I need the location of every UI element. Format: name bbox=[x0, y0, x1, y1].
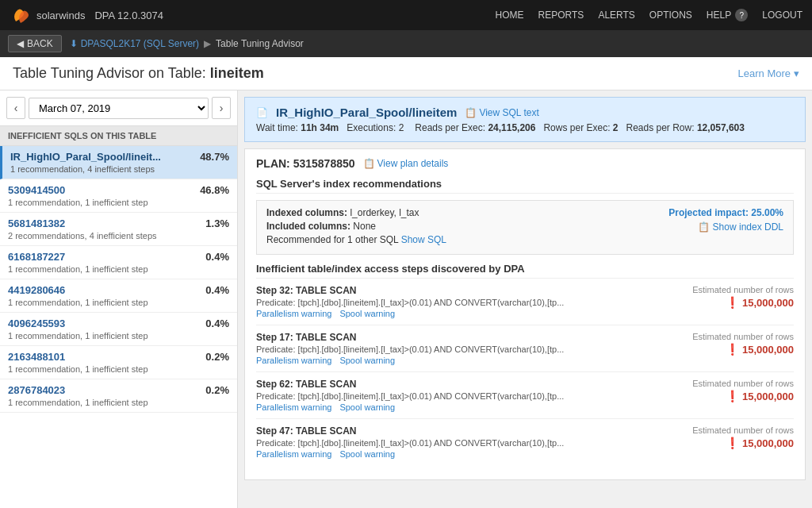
steps-list: Step 32: TABLE SCAN Estimated number of … bbox=[256, 285, 794, 465]
spool-warning-link[interactable]: Spool warning bbox=[339, 402, 395, 412]
nav-reports[interactable]: REPORTS bbox=[538, 10, 584, 21]
sql-stats: Wait time: 11h 34m Executions: 2 Reads p… bbox=[256, 122, 794, 133]
breadcrumb-db[interactable]: ⬇ DPASQL2K17 (SQL Server) bbox=[70, 38, 199, 49]
error-icon: ❗ bbox=[726, 296, 739, 309]
indexed-cols-value: l_orderkey, l_tax bbox=[350, 207, 419, 218]
step-item: Step 62: TABLE SCAN Estimated number of … bbox=[256, 379, 794, 419]
index-rec-row: Indexed columns: l_orderkey, l_tax Inclu… bbox=[266, 207, 783, 248]
sql-header-box: 📄 IR_HighIO_Paral_Spool/lineitem 📋 View … bbox=[244, 97, 806, 142]
sql-item-pct: 46.8% bbox=[200, 184, 229, 196]
show-sql-link[interactable]: Show SQL bbox=[401, 234, 446, 245]
sql-list-item[interactable]: 6168187227 0.4% 1 recommendation, 1 inef… bbox=[0, 246, 237, 279]
breadcrumb: ⬇ DPASQL2K17 (SQL Server) ▶ Table Tuning… bbox=[70, 38, 304, 49]
back-label: BACK bbox=[27, 38, 53, 49]
learn-more-link[interactable]: Learn More ▾ bbox=[738, 67, 799, 79]
dpa-version: DPA 12.0.3074 bbox=[94, 10, 163, 21]
help-icon: ? bbox=[735, 9, 748, 21]
spool-warning-link[interactable]: Spool warning bbox=[339, 309, 395, 318]
indexed-cols-label: Indexed columns: bbox=[266, 207, 347, 218]
step-item: Step 17: TABLE SCAN Estimated number of … bbox=[256, 332, 794, 372]
step-rows-label: Estimated number of rows bbox=[692, 425, 794, 435]
solarwinds-logo bbox=[10, 6, 32, 25]
sql-item-pct: 1.3% bbox=[205, 217, 229, 229]
error-icon: ❗ bbox=[726, 343, 739, 356]
sql-list: IR_HighIO_Paral_Spool/lineit... 48.7% 1 … bbox=[0, 146, 237, 508]
sql-item-name: 2876784023 bbox=[8, 384, 65, 396]
step-item: Step 32: TABLE SCAN Estimated number of … bbox=[256, 285, 794, 325]
parallelism-warning-link[interactable]: Parallelism warning bbox=[256, 402, 331, 412]
step-title: Step 17: TABLE SCAN bbox=[256, 332, 356, 343]
breadcrumb-bar: ◀ BACK ⬇ DPASQL2K17 (SQL Server) ▶ Table… bbox=[0, 30, 812, 57]
view-plan-link[interactable]: 📋 View plan details bbox=[363, 158, 449, 169]
sql-item-sub: 2 recommendations, 4 inefficient steps bbox=[8, 231, 229, 241]
error-icon: ❗ bbox=[726, 390, 739, 402]
view-sql-text: View SQL text bbox=[479, 107, 538, 118]
sql-item-pct: 0.4% bbox=[205, 251, 229, 263]
breadcrumb-separator: ▶ bbox=[204, 38, 211, 49]
sql-item-sub: 1 recommendation, 1 inefficient step bbox=[8, 331, 229, 341]
included-cols-field: Included columns: None bbox=[266, 221, 668, 232]
sql-item-sub: 1 recommendation, 1 inefficient step bbox=[8, 398, 229, 407]
nav-options[interactable]: OPTIONS bbox=[649, 10, 692, 21]
nav-home[interactable]: HOME bbox=[496, 10, 524, 21]
spool-warning-link[interactable]: Spool warning bbox=[339, 449, 395, 459]
sql-list-item[interactable]: 4419280646 0.4% 1 recommendation, 1 inef… bbox=[0, 279, 237, 313]
nav-right: HOME REPORTS ALERTS OPTIONS HELP ? LOGOU… bbox=[496, 9, 802, 21]
step-predicate: Predicate: [tpch].[dbo].[lineitem].[l_ta… bbox=[256, 298, 564, 307]
parallelism-warning-link[interactable]: Parallelism warning bbox=[256, 356, 331, 365]
sql-list-item[interactable]: IR_HighIO_Paral_Spool/lineit... 48.7% 1 … bbox=[0, 146, 237, 179]
sql-list-item[interactable]: 5309414500 46.8% 1 recommendation, 1 ine… bbox=[0, 179, 237, 213]
step-warnings: Parallelism warning Spool warning bbox=[256, 309, 564, 318]
sql-list-item[interactable]: 4096245593 0.4% 1 recommendation, 1 inef… bbox=[0, 313, 237, 346]
step-warnings: Parallelism warning Spool warning bbox=[256, 402, 564, 412]
sql-item-sub: 1 recommendation, 1 inefficient step bbox=[8, 364, 229, 374]
view-plan-text: View plan details bbox=[377, 158, 449, 169]
step-predicate: Predicate: [tpch].[dbo].[lineitem].[l_ta… bbox=[256, 391, 564, 401]
main-content: ‹ March 07, 2019 › INEFFICIENT SQLS ON T… bbox=[0, 90, 812, 508]
sql-item-name: 2163488101 bbox=[8, 351, 65, 363]
step-title: Step 32: TABLE SCAN bbox=[256, 285, 356, 296]
sql-list-item[interactable]: 2876784023 0.2% 1 recommendation, 1 inef… bbox=[0, 379, 237, 413]
steps-section: Inefficient table/index access steps dis… bbox=[256, 263, 794, 465]
step-item: Step 47: TABLE SCAN Estimated number of … bbox=[256, 425, 794, 465]
nav-alerts[interactable]: ALERTS bbox=[598, 10, 634, 21]
logo-text: solarwinds bbox=[36, 10, 85, 21]
date-select[interactable]: March 07, 2019 bbox=[29, 98, 209, 119]
step-title: Step 62: TABLE SCAN bbox=[256, 379, 356, 390]
view-sql-link[interactable]: 📋 View SQL text bbox=[465, 107, 538, 118]
row-count-number: 15,000,000 bbox=[742, 437, 794, 449]
reads-per-row: Reads per Row: 12,057,603 bbox=[626, 122, 745, 133]
sql-item-name: 5681481382 bbox=[8, 217, 65, 229]
prev-date-button[interactable]: ‹ bbox=[6, 97, 25, 119]
next-date-button[interactable]: › bbox=[212, 97, 231, 119]
row-count-value: ❗ 15,000,000 bbox=[726, 343, 794, 356]
step-content-row: Predicate: [tpch].[dbo].[lineitem].[l_ta… bbox=[256, 296, 794, 318]
sql-item-name: 4096245593 bbox=[8, 318, 65, 329]
page-title: Table Tuning Advisor on Table: lineitem bbox=[13, 65, 264, 82]
view-sql-icon: 📋 bbox=[465, 107, 477, 118]
show-ddl-text: Show index DDL bbox=[713, 221, 783, 233]
page-title-prefix: Table Tuning Advisor on Table: bbox=[13, 65, 206, 81]
sql-item-name: 5309414500 bbox=[8, 184, 65, 196]
index-rec-right: Projected impact: 25.00% 📋 Show index DD… bbox=[668, 207, 783, 233]
index-rec-left: Indexed columns: l_orderkey, l_tax Inclu… bbox=[266, 207, 668, 248]
step-predicate: Predicate: [tpch].[dbo].[lineitem].[l_ta… bbox=[256, 344, 564, 354]
recommended-for-field: Recommended for 1 other SQL Show SQL bbox=[266, 234, 668, 245]
nav-logout[interactable]: LOGOUT bbox=[762, 10, 802, 21]
row-count-value: ❗ 15,000,000 bbox=[726, 390, 794, 402]
show-ddl-link[interactable]: 📋 Show index DDL bbox=[668, 221, 783, 233]
parallelism-warning-link[interactable]: Parallelism warning bbox=[256, 449, 331, 459]
projected-value: 25.00% bbox=[751, 207, 783, 218]
logo-area: solarwinds DPA 12.0.3074 bbox=[10, 6, 163, 25]
spool-warning-link[interactable]: Spool warning bbox=[339, 356, 395, 365]
recommended-for-text: Recommended for 1 other SQL bbox=[266, 234, 398, 245]
sql-list-item[interactable]: 5681481382 1.3% 2 recommendations, 4 ine… bbox=[0, 213, 237, 246]
parallelism-warning-link[interactable]: Parallelism warning bbox=[256, 309, 331, 318]
sql-item-sub: 1 recommendation, 1 inefficient step bbox=[8, 198, 229, 207]
sql-item-name: 4419280646 bbox=[8, 284, 65, 296]
back-button[interactable]: ◀ BACK bbox=[8, 35, 62, 52]
row-count-number: 15,000,000 bbox=[742, 391, 794, 402]
ddl-icon: 📋 bbox=[698, 221, 710, 233]
sql-list-item[interactable]: 2163488101 0.2% 1 recommendation, 1 inef… bbox=[0, 346, 237, 379]
nav-help[interactable]: HELP ? bbox=[707, 9, 748, 21]
